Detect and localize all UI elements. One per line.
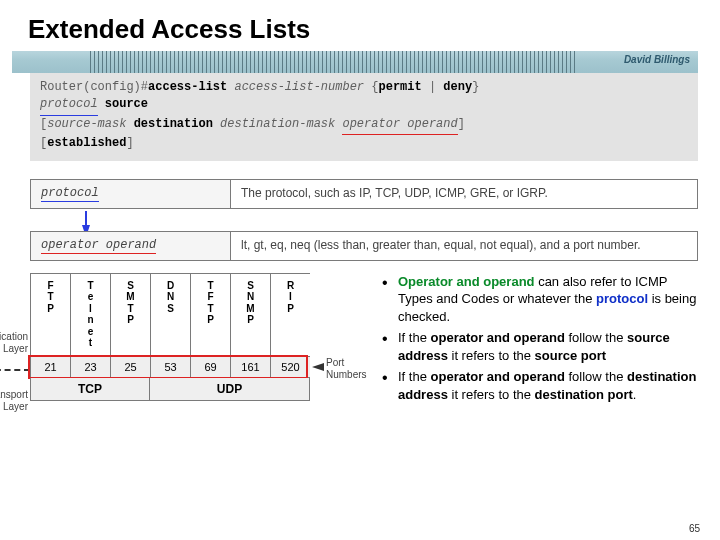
col-hdr: T F T P: [205, 274, 216, 356]
protocol-desc: The protocol, such as IP, TCP, UDP, ICMP…: [230, 179, 698, 209]
proto-row: TCP UDP: [30, 378, 370, 401]
dashed-divider: [0, 369, 30, 371]
col-hdr: R I P: [285, 274, 296, 356]
port-num: 53: [151, 356, 190, 377]
port-num: 69: [191, 356, 230, 377]
port-num: 25: [111, 356, 150, 377]
protocol-info-row: protocol The protocol, such as IP, TCP, …: [30, 179, 698, 209]
col-hdr: T e l n e t: [85, 274, 95, 356]
protocol-term: protocol: [30, 179, 230, 209]
port-num: 520: [271, 356, 310, 377]
port-num: 161: [231, 356, 270, 377]
ports-col: R I P 520: [270, 273, 310, 378]
syntax-line-3: [source-mask destination destination-mas…: [40, 116, 688, 135]
port-num: 23: [71, 356, 110, 377]
title-divider: David Billings: [12, 51, 698, 73]
ports-col: D N S 53: [150, 273, 190, 378]
divider-stripes: [90, 51, 578, 73]
arrow-left-icon: [312, 363, 324, 371]
port-num: 21: [31, 356, 70, 377]
bullet-1: Operator and operand can also refer to I…: [398, 273, 704, 326]
bullet-list: Operator and operand can also refer to I…: [380, 273, 704, 408]
syntax-line-1: Router(config)#access-list access-list-n…: [40, 79, 688, 96]
tcp-label: TCP: [30, 378, 150, 401]
author-label: David Billings: [624, 54, 690, 65]
ports-col: F T P 21: [30, 273, 70, 378]
ports-col: T e l n e t 23: [70, 273, 110, 378]
ports-col: S M T P 25: [110, 273, 150, 378]
page-number: 65: [689, 523, 700, 534]
ports-panel: Application Layer Transport Layer F T P …: [30, 273, 370, 401]
ports-col: T F T P 69: [190, 273, 230, 378]
operator-term: operator operand: [30, 231, 230, 261]
ports-col: S N M P 161: [230, 273, 270, 378]
operator-desc: lt, gt, eq, neq (less than, greater than…: [230, 231, 698, 261]
col-hdr: S M T P: [124, 274, 136, 356]
col-hdr: D N S: [165, 274, 176, 356]
syntax-panel: Router(config)#access-list access-list-n…: [30, 73, 698, 161]
col-hdr: F T P: [45, 274, 56, 356]
bullet-2: If the operator and operand follow the s…: [398, 329, 704, 364]
bullet-3: If the operator and operand follow the d…: [398, 368, 704, 403]
udp-label: UDP: [150, 378, 310, 401]
operator-info-row: operator operand lt, gt, eq, neq (less t…: [30, 231, 698, 261]
trans-layer-label: Transport Layer: [0, 389, 28, 413]
app-layer-label: Application Layer: [0, 331, 28, 355]
syntax-line-4: [established]: [40, 135, 688, 152]
slide-title: Extended Access Lists: [0, 0, 720, 51]
syntax-line-2: protocol source: [40, 96, 688, 115]
col-hdr: S N M P: [244, 274, 256, 356]
lower-section: Application Layer Transport Layer F T P …: [30, 273, 704, 408]
